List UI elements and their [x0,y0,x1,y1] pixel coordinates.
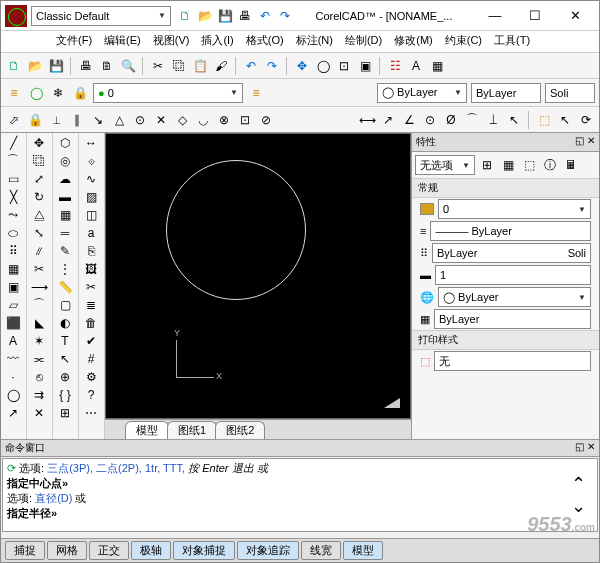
match-icon[interactable]: 🖌 [212,57,230,75]
menu-edit[interactable]: 编辑(E) [99,31,146,52]
select-sim-icon[interactable]: ⬚ [520,156,538,174]
menu-tools[interactable]: 工具(T) [489,31,535,52]
chamfer-icon[interactable]: ◣ [28,314,50,331]
undock-icon[interactable]: ◱ [575,135,584,146]
undo-icon[interactable]: ↶ [257,8,273,24]
osnap-tangent-icon[interactable]: ◡ [194,111,212,129]
redo-icon[interactable]: ↷ [263,57,281,75]
trim-icon[interactable]: ✂ [28,260,50,277]
arc-icon[interactable]: ⌒ [2,152,24,169]
divide-icon[interactable]: ⋮ [54,260,76,277]
osnap-parallel-icon[interactable]: ∥ [68,111,86,129]
menu-insert[interactable]: 插入(I) [196,31,238,52]
measure-icon[interactable]: 📏 [54,278,76,295]
settings-icon[interactable]: ⚙ [80,368,102,385]
zoom-icon[interactable]: ◯ [314,57,332,75]
revcloud-icon[interactable]: ☁ [54,170,76,187]
cut-icon[interactable]: ✂ [149,57,167,75]
tab-model[interactable]: 模型 [125,421,169,439]
fillet-icon[interactable]: ⌒ [28,296,50,313]
sketch-icon[interactable]: ✎ [54,242,76,259]
history-icon[interactable]: ⟳ [7,462,16,474]
spline-edit-icon[interactable]: ∿ [80,170,102,187]
menu-annotate[interactable]: 标注(N) [291,31,338,52]
erase-icon[interactable]: ✕ [28,404,50,421]
pedit-icon[interactable]: ⟐ [80,152,102,169]
pan-icon[interactable]: ✥ [293,57,311,75]
ray-icon[interactable]: ↗ [2,404,24,421]
blockedit-icon[interactable]: ◫ [80,206,102,223]
layer-lock-icon[interactable]: 🔒 [71,84,89,102]
undo-icon[interactable]: ↶ [242,57,260,75]
help-icon[interactable]: ? [80,386,102,403]
close-panel-icon[interactable]: ✕ [587,135,595,146]
dim-ordinate-icon[interactable]: ⟘ [484,111,502,129]
undock-icon[interactable]: ◱ [575,441,584,452]
osnap-node-icon[interactable]: ⊗ [215,111,233,129]
copy-icon[interactable]: ⿻ [170,57,188,75]
status-otrack[interactable]: 对象追踪 [237,541,299,560]
save-icon[interactable]: 💾 [47,57,65,75]
scale-icon[interactable]: ⤡ [28,224,50,241]
circle-icon[interactable]: ◯ [2,386,24,403]
osnap-nearest-icon[interactable]: ↘ [89,111,107,129]
osnap-perp-icon[interactable]: ⟂ [47,111,65,129]
section-print[interactable]: 打印样式 [412,330,599,350]
align-icon[interactable]: ⇉ [28,386,50,403]
open-icon[interactable]: 📂 [26,57,44,75]
gradient-icon[interactable]: ◐ [54,314,76,331]
lineweight-combo[interactable]: Soli [545,83,595,103]
layer-manager-icon[interactable]: ≡ [5,84,23,102]
block-icon[interactable]: ▣ [2,278,24,295]
rotate-icon[interactable]: ↻ [28,188,50,205]
new-icon[interactable]: 🗋 [177,8,193,24]
audit-icon[interactable]: ✔ [80,332,102,349]
new-icon[interactable]: 🗋 [5,57,23,75]
misc-icon[interactable]: ⋯ [80,404,102,421]
status-polar[interactable]: 极轴 [131,541,171,560]
zoom-extents-icon[interactable]: ▣ [356,57,374,75]
osnap-center-icon[interactable]: ⊙ [131,111,149,129]
refresh-icon[interactable]: ⟳ [577,111,595,129]
layer-state-icon[interactable]: ◯ [27,84,45,102]
extend-icon[interactable]: ⟶ [28,278,50,295]
redo-icon[interactable]: ↷ [277,8,293,24]
group-icon[interactable]: ⊞ [54,404,76,421]
osnap-endpoint-icon[interactable]: ⬀ [5,111,23,129]
status-snap[interactable]: 捕捉 [5,541,45,560]
wipeout-icon[interactable]: ▬ [54,188,76,205]
selection-combo[interactable]: 无选项 ▼ [415,155,475,175]
attribute-icon[interactable]: a [80,224,102,241]
osnap-lock-icon[interactable]: 🔒 [26,111,44,129]
offset-icon[interactable]: ⫽ [28,242,50,259]
osnap-mid-icon[interactable]: △ [110,111,128,129]
purge-icon[interactable]: 🗑 [80,314,102,331]
join-icon[interactable]: ⫘ [28,350,50,367]
hatchedit-icon[interactable]: ▨ [80,188,102,205]
viewcube-icon[interactable] [384,398,400,408]
find-icon[interactable]: 🔍 [119,57,137,75]
tolerance-icon[interactable]: ⊕ [54,368,76,385]
status-grid[interactable]: 网格 [47,541,87,560]
break-icon[interactable]: ⎋ [28,368,50,385]
mtext-icon[interactable]: T [54,332,76,349]
ellipse-icon[interactable]: ⬭ [2,224,24,241]
move-icon[interactable]: ✥ [28,134,50,151]
xref-icon[interactable]: ⎘ [80,242,102,259]
layer-combo[interactable]: ● 0 ▼ [93,83,243,103]
dim-linear-icon[interactable]: ⟷ [358,111,376,129]
hatch-icon[interactable]: ▦ [2,260,24,277]
status-osnap[interactable]: 对象捕捉 [173,541,235,560]
polygon-icon[interactable]: ⬡ [54,134,76,151]
dim-arc-icon[interactable]: ⌒ [463,111,481,129]
palette-icon[interactable]: ▦ [428,57,446,75]
mline-icon[interactable]: ═ [54,224,76,241]
cmd-option-link[interactable]: 直径(D) [35,492,72,504]
region-icon[interactable]: ▱ [2,296,24,313]
close-button[interactable]: ✕ [555,3,595,29]
minimize-button[interactable]: — [475,3,515,29]
point-icon[interactable]: ∙ [2,368,24,385]
cursor-icon[interactable]: ↖ [556,111,574,129]
text-icon[interactable]: A [2,332,24,349]
prop-lineweight-combo[interactable]: 1 [435,265,591,285]
